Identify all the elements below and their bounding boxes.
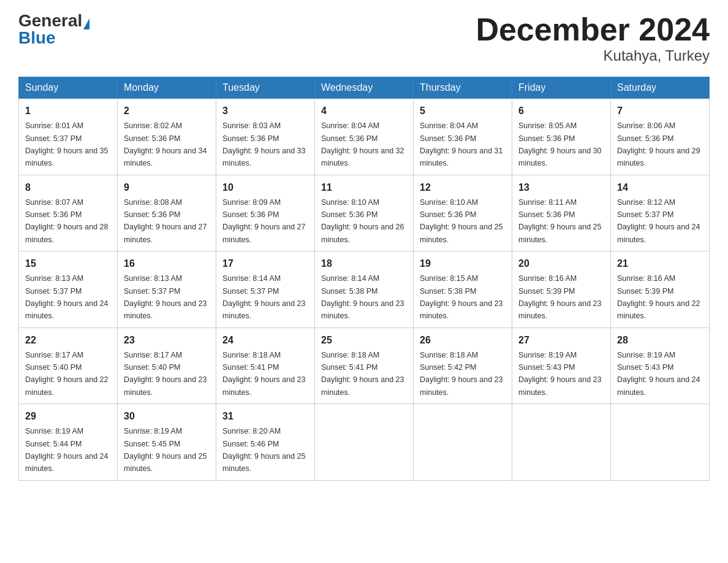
table-row: 24 Sunrise: 8:18 AMSunset: 5:41 PMDaylig… — [216, 327, 315, 404]
day-info: Sunrise: 8:19 AMSunset: 5:44 PMDaylight:… — [25, 427, 108, 473]
day-info: Sunrise: 8:19 AMSunset: 5:43 PMDaylight:… — [617, 351, 700, 397]
day-number: 12 — [420, 180, 506, 195]
day-info: Sunrise: 8:03 AMSunset: 5:36 PMDaylight:… — [222, 121, 306, 167]
day-number: 26 — [420, 333, 506, 348]
table-row: 6 Sunrise: 8:05 AMSunset: 5:36 PMDayligh… — [512, 99, 611, 175]
table-row: 31 Sunrise: 8:20 AMSunset: 5:46 PMDaylig… — [216, 404, 315, 481]
col-friday: Friday — [512, 77, 611, 99]
calendar-week-row: 15 Sunrise: 8:13 AMSunset: 5:37 PMDaylig… — [19, 251, 710, 328]
table-row — [611, 404, 710, 481]
table-row: 3 Sunrise: 8:03 AMSunset: 5:36 PMDayligh… — [216, 99, 315, 175]
day-info: Sunrise: 8:20 AMSunset: 5:46 PMDaylight:… — [222, 427, 306, 473]
table-row: 11 Sunrise: 8:10 AMSunset: 5:36 PMDaylig… — [315, 175, 414, 251]
table-row: 25 Sunrise: 8:18 AMSunset: 5:41 PMDaylig… — [315, 327, 414, 404]
logo: General Blue — [18, 12, 89, 47]
table-row: 9 Sunrise: 8:08 AMSunset: 5:36 PMDayligh… — [118, 175, 216, 251]
day-info: Sunrise: 8:18 AMSunset: 5:41 PMDaylight:… — [222, 351, 306, 397]
calendar-table: Sunday Monday Tuesday Wednesday Thursday… — [18, 77, 710, 481]
day-info: Sunrise: 8:17 AMSunset: 5:40 PMDaylight:… — [124, 351, 207, 397]
day-number: 22 — [25, 333, 111, 348]
day-info: Sunrise: 8:19 AMSunset: 5:43 PMDaylight:… — [518, 351, 602, 397]
table-row: 26 Sunrise: 8:18 AMSunset: 5:42 PMDaylig… — [414, 327, 512, 404]
day-number: 30 — [124, 409, 210, 424]
day-info: Sunrise: 8:13 AMSunset: 5:37 PMDaylight:… — [25, 274, 108, 320]
table-row: 30 Sunrise: 8:19 AMSunset: 5:45 PMDaylig… — [118, 404, 216, 481]
col-thursday: Thursday — [414, 77, 512, 99]
day-number: 10 — [222, 180, 308, 195]
col-saturday: Saturday — [611, 77, 710, 99]
day-number: 7 — [617, 104, 703, 118]
table-row: 1 Sunrise: 8:01 AMSunset: 5:37 PMDayligh… — [19, 99, 118, 175]
day-number: 15 — [25, 256, 111, 271]
day-info: Sunrise: 8:13 AMSunset: 5:37 PMDaylight:… — [124, 274, 207, 320]
day-info: Sunrise: 8:05 AMSunset: 5:36 PMDaylight:… — [518, 121, 602, 167]
day-number: 11 — [321, 180, 407, 195]
table-row: 13 Sunrise: 8:11 AMSunset: 5:36 PMDaylig… — [512, 175, 611, 251]
table-row: 8 Sunrise: 8:07 AMSunset: 5:36 PMDayligh… — [19, 175, 118, 251]
logo-general-text: General — [18, 11, 82, 30]
day-number: 16 — [124, 256, 210, 271]
day-number: 17 — [222, 256, 308, 271]
day-info: Sunrise: 8:17 AMSunset: 5:40 PMDaylight:… — [25, 351, 108, 397]
calendar-header-row: Sunday Monday Tuesday Wednesday Thursday… — [19, 77, 710, 99]
day-info: Sunrise: 8:14 AMSunset: 5:38 PMDaylight:… — [321, 274, 404, 320]
day-info: Sunrise: 8:08 AMSunset: 5:36 PMDaylight:… — [124, 198, 207, 244]
day-number: 31 — [222, 409, 308, 424]
day-info: Sunrise: 8:09 AMSunset: 5:36 PMDaylight:… — [222, 198, 306, 244]
page-header: General Blue December 2024 Kutahya, Turk… — [18, 12, 710, 64]
day-info: Sunrise: 8:16 AMSunset: 5:39 PMDaylight:… — [518, 274, 602, 320]
day-number: 2 — [124, 104, 210, 118]
table-row: 21 Sunrise: 8:16 AMSunset: 5:39 PMDaylig… — [611, 251, 710, 328]
day-number: 6 — [518, 104, 604, 118]
location: Kutahya, Turkey — [476, 47, 710, 64]
day-number: 20 — [518, 256, 604, 271]
day-info: Sunrise: 8:02 AMSunset: 5:36 PMDaylight:… — [124, 121, 207, 167]
day-info: Sunrise: 8:10 AMSunset: 5:36 PMDaylight:… — [420, 198, 503, 244]
logo-blue-line: Blue — [18, 29, 56, 47]
col-monday: Monday — [118, 77, 216, 99]
day-info: Sunrise: 8:12 AMSunset: 5:37 PMDaylight:… — [617, 198, 700, 244]
day-number: 9 — [124, 180, 210, 195]
day-info: Sunrise: 8:04 AMSunset: 5:36 PMDaylight:… — [420, 121, 503, 167]
day-info: Sunrise: 8:15 AMSunset: 5:38 PMDaylight:… — [420, 274, 503, 320]
day-info: Sunrise: 8:10 AMSunset: 5:36 PMDaylight:… — [321, 198, 404, 244]
table-row: 14 Sunrise: 8:12 AMSunset: 5:37 PMDaylig… — [611, 175, 710, 251]
table-row: 4 Sunrise: 8:04 AMSunset: 5:36 PMDayligh… — [315, 99, 414, 175]
table-row: 15 Sunrise: 8:13 AMSunset: 5:37 PMDaylig… — [19, 251, 118, 328]
table-row: 27 Sunrise: 8:19 AMSunset: 5:43 PMDaylig… — [512, 327, 611, 404]
day-number: 18 — [321, 256, 407, 271]
day-number: 27 — [518, 333, 604, 348]
day-number: 21 — [617, 256, 703, 271]
day-number: 23 — [124, 333, 210, 348]
day-number: 8 — [25, 180, 111, 195]
table-row — [512, 404, 611, 481]
day-info: Sunrise: 8:16 AMSunset: 5:39 PMDaylight:… — [617, 274, 700, 320]
day-number: 25 — [321, 333, 407, 348]
day-number: 3 — [222, 104, 308, 118]
table-row: 23 Sunrise: 8:17 AMSunset: 5:40 PMDaylig… — [118, 327, 216, 404]
day-info: Sunrise: 8:19 AMSunset: 5:45 PMDaylight:… — [124, 427, 207, 473]
day-info: Sunrise: 8:14 AMSunset: 5:37 PMDaylight:… — [222, 274, 306, 320]
table-row: 12 Sunrise: 8:10 AMSunset: 5:36 PMDaylig… — [414, 175, 512, 251]
day-number: 13 — [518, 180, 604, 195]
day-number: 24 — [222, 333, 308, 348]
calendar-week-row: 29 Sunrise: 8:19 AMSunset: 5:44 PMDaylig… — [19, 404, 710, 481]
calendar-week-row: 22 Sunrise: 8:17 AMSunset: 5:40 PMDaylig… — [19, 327, 710, 404]
day-number: 5 — [420, 104, 506, 118]
col-sunday: Sunday — [19, 77, 118, 99]
table-row: 2 Sunrise: 8:02 AMSunset: 5:36 PMDayligh… — [118, 99, 216, 175]
day-info: Sunrise: 8:01 AMSunset: 5:37 PMDaylight:… — [25, 121, 108, 167]
col-wednesday: Wednesday — [315, 77, 414, 99]
col-tuesday: Tuesday — [216, 77, 315, 99]
table-row: 16 Sunrise: 8:13 AMSunset: 5:37 PMDaylig… — [118, 251, 216, 328]
table-row — [315, 404, 414, 481]
table-row: 28 Sunrise: 8:19 AMSunset: 5:43 PMDaylig… — [611, 327, 710, 404]
day-info: Sunrise: 8:04 AMSunset: 5:36 PMDaylight:… — [321, 121, 404, 167]
table-row: 18 Sunrise: 8:14 AMSunset: 5:38 PMDaylig… — [315, 251, 414, 328]
day-number: 4 — [321, 104, 407, 118]
title-block: December 2024 Kutahya, Turkey — [476, 12, 710, 64]
table-row: 10 Sunrise: 8:09 AMSunset: 5:36 PMDaylig… — [216, 175, 315, 251]
month-title: December 2024 — [476, 12, 710, 47]
table-row: 7 Sunrise: 8:06 AMSunset: 5:36 PMDayligh… — [611, 99, 710, 175]
table-row: 19 Sunrise: 8:15 AMSunset: 5:38 PMDaylig… — [414, 251, 512, 328]
